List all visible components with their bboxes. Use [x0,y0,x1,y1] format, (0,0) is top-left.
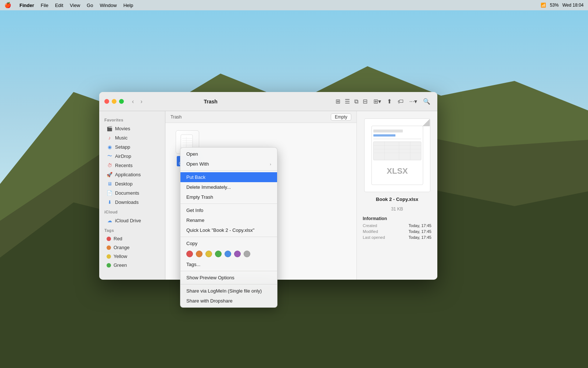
ctx-sep-5 [180,284,277,284]
created-key: Created [363,223,377,228]
sidebar-documents-label: Documents [115,190,139,196]
preview-info: Information Created Today, 17:45 Modifie… [363,216,431,241]
color-dot-purple[interactable] [234,251,241,257]
menubar-edit[interactable]: Edit [55,3,63,8]
menubar-file[interactable]: File [41,3,49,8]
menubar-go[interactable]: Go [87,3,93,8]
yellow-tag-dot [107,254,111,259]
sidebar-item-music[interactable]: ♪ Music [101,133,163,142]
preview-thumbnail: XLSX [364,118,430,192]
sidebar-tag-yellow[interactable]: Yellow [101,252,163,261]
sidebar-tag-red[interactable]: Red [101,234,163,243]
ctx-share-logmein[interactable]: Share via LogMeIn (Single file only) [180,286,277,296]
ctx-tags[interactable]: Tags... [180,259,277,269]
ctx-sep-4 [180,271,277,271]
share-btn[interactable]: ⬆ [385,97,394,106]
color-dot-blue[interactable] [225,251,231,257]
svg-rect-10 [373,142,421,160]
downloads-icon: ⬇ [107,199,112,205]
movies-icon: 🎬 [107,125,112,131]
ctx-delete-immediately[interactable]: Delete Immediately... [180,182,277,192]
gallery-view-btn[interactable]: ⊟ [361,97,369,106]
svg-rect-7 [373,130,403,132]
sidebar-item-setapp[interactable]: ◉ Setapp [101,142,163,151]
music-icon: ♪ [107,135,112,141]
menubar: 🍎 Finder File Edit View Go Window Help 📶… [0,0,588,10]
ctx-share-dropshare[interactable]: Share with Dropshare [180,296,277,306]
sidebar-item-icloud-drive[interactable]: ☁ iCloud Drive [101,216,163,225]
last-opened-key: Last opened [363,235,385,240]
created-val: Today, 17:45 [409,223,431,228]
menubar-view[interactable]: View [70,3,80,8]
tags-label: Tags [99,225,165,234]
color-dot-green[interactable] [215,251,222,257]
last-opened-row: Last opened Today, 17:45 [363,235,431,240]
column-view-btn[interactable]: ⧉ [352,97,360,106]
setapp-icon: ◉ [107,144,112,150]
sidebar-tag-orange[interactable]: Orange [101,243,163,252]
menubar-finder[interactable]: Finder [19,3,34,8]
finder-sidebar: Favorites 🎬 Movies ♪ Music ◉ Setapp 〜 Ai… [99,111,165,280]
more-btn[interactable]: ···▾ [408,97,419,106]
icloud-label: iCloud [99,207,165,216]
ctx-quick-look[interactable]: Quick Look "Book 2 - Copy.xlsx" [180,225,277,235]
minimize-button[interactable] [112,99,116,104]
color-dot-red[interactable] [186,251,193,257]
documents-icon: 📄 [107,190,112,196]
applications-icon: 🚀 [107,171,112,177]
preview-panel: XLSX Book 2 - Copy.xlsx 31 KB Informatio… [356,111,437,280]
sidebar-setapp-label: Setapp [115,144,130,150]
svg-rect-8 [373,134,395,137]
ctx-rename[interactable]: Rename [180,215,277,225]
sidebar-tag-green[interactable]: Green [101,261,163,269]
group-btn[interactable]: ⊞▾ [372,97,383,106]
sidebar-downloads-label: Downloads [115,199,139,205]
context-menu: Open Open With › Put Back Delete Immedia… [180,147,277,308]
apple-menu[interactable]: 🍎 [4,2,11,8]
color-dot-orange[interactable] [196,251,202,257]
ctx-open[interactable]: Open [180,149,277,159]
svg-rect-9 [373,139,421,139]
back-button[interactable]: ‹ [130,98,135,106]
airdrop-icon: 〜 [107,153,112,159]
sidebar-desktop-label: Desktop [115,181,133,187]
ctx-put-back[interactable]: Put Back [180,172,277,182]
ctx-empty-trash[interactable]: Empty Trash [180,192,277,202]
sidebar-item-downloads[interactable]: ⬇ Downloads [101,198,163,206]
sidebar-item-documents[interactable]: 📄 Documents [101,188,163,197]
sidebar-item-desktop[interactable]: 🖥 Desktop [101,179,163,188]
modified-val: Today, 17:45 [409,229,431,234]
chevron-right-icon: › [270,162,271,166]
menubar-wifi-icon[interactable]: 📶 [541,3,546,8]
sidebar-orange-label: Orange [114,245,129,250]
forward-button[interactable]: › [139,98,144,106]
ctx-copy[interactable]: Copy [180,238,277,248]
sidebar-item-airdrop[interactable]: 〜 AirDrop [101,152,163,160]
sidebar-item-recents[interactable]: ⏱ Recents [101,161,163,170]
menubar-clock: Wed 18:04 [562,3,584,8]
color-dot-gray[interactable] [244,251,250,257]
modified-row: Modified Today, 17:45 [363,229,431,234]
sidebar-green-label: Green [114,262,127,268]
maximize-button[interactable] [119,99,124,104]
window-title: Trash [204,99,218,105]
search-btn[interactable]: 🔍 [421,97,432,106]
icon-view-btn[interactable]: ⊞ [334,97,342,106]
menubar-window[interactable]: Window [100,3,116,8]
list-view-btn[interactable]: ☰ [343,97,352,106]
ctx-show-preview-options[interactable]: Show Preview Options [180,273,277,283]
ctx-open-with[interactable]: Open With › [180,159,277,169]
ctx-get-info[interactable]: Get Info [180,205,277,215]
menubar-help[interactable]: Help [123,3,133,8]
tag-btn[interactable]: 🏷 [396,97,405,106]
sidebar-recents-label: Recents [115,163,133,168]
red-tag-dot [107,237,111,241]
sidebar-item-applications[interactable]: 🚀 Applications [101,170,163,179]
color-dot-yellow[interactable] [205,251,212,257]
empty-trash-button[interactable]: Empty [331,113,351,121]
recents-icon: ⏱ [107,162,112,168]
path-label: Trash [171,114,182,120]
modified-key: Modified [363,229,378,234]
close-button[interactable] [104,99,109,104]
sidebar-item-movies[interactable]: 🎬 Movies [101,124,163,133]
